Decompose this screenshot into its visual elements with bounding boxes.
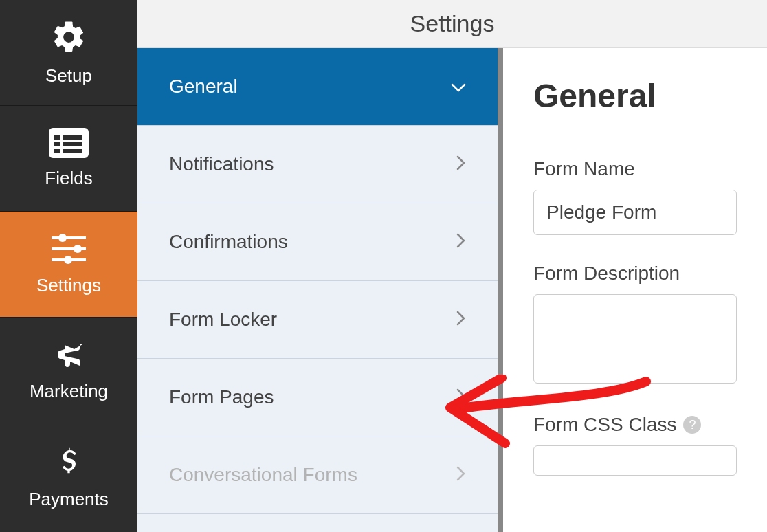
form-name-field: Form Name <box>533 158 737 235</box>
form-description-label: Form Description <box>533 263 737 285</box>
svg-point-8 <box>58 234 67 242</box>
settings-nav-label: Conversational Forms <box>169 464 357 486</box>
sidebar: Setup Fields Settings Marketing Payments <box>0 0 137 532</box>
topbar: Settings <box>137 0 767 48</box>
sidebar-item-marketing[interactable]: Marketing <box>0 318 137 423</box>
svg-rect-5 <box>63 142 82 146</box>
chevron-right-icon <box>456 309 466 331</box>
sidebar-item-label: Marketing <box>30 381 108 402</box>
bullhorn-icon <box>50 338 87 371</box>
settings-nav-confirmations[interactable]: Confirmations <box>137 203 498 281</box>
topbar-title: Settings <box>410 10 495 37</box>
sliders-icon <box>49 232 89 265</box>
sidebar-item-label: Settings <box>36 275 101 296</box>
form-description-input[interactable] <box>533 294 737 384</box>
chevron-right-icon <box>456 387 466 408</box>
settings-nav-general[interactable]: General <box>137 48 498 126</box>
settings-nav-notifications[interactable]: Notifications <box>137 126 498 203</box>
content: General Notifications Confirmations Form… <box>137 48 767 532</box>
sidebar-item-setup[interactable]: Setup <box>0 0 137 106</box>
settings-nav-label: Confirmations <box>169 231 288 253</box>
svg-rect-7 <box>52 236 86 239</box>
sidebar-item-label: Payments <box>29 489 109 510</box>
svg-rect-1 <box>54 135 60 140</box>
sidebar-item-fields[interactable]: Fields <box>0 106 137 212</box>
sidebar-item-settings[interactable]: Settings <box>0 212 137 318</box>
settings-nav-label: Form Locker <box>169 309 277 331</box>
sidebar-item-label: Fields <box>45 168 92 189</box>
chevron-right-icon <box>456 154 466 175</box>
settings-nav-form-pages[interactable]: Form Pages <box>137 359 498 436</box>
panel-title: General <box>533 77 737 133</box>
form-description-field: Form Description <box>533 263 737 386</box>
svg-point-10 <box>74 245 82 253</box>
list-icon <box>49 128 89 158</box>
svg-rect-6 <box>63 149 82 153</box>
svg-rect-3 <box>54 149 60 153</box>
settings-nav-label: Form Pages <box>169 386 274 408</box>
settings-nav-form-locker[interactable]: Form Locker <box>137 281 498 359</box>
form-css-input[interactable] <box>533 445 737 476</box>
main-panel: General Form Name Form Description Form … <box>503 48 767 532</box>
form-name-input[interactable] <box>533 190 737 235</box>
svg-point-12 <box>64 256 72 264</box>
settings-nav-label: Notifications <box>169 153 274 175</box>
right-area: Settings General Notifications Confirmat… <box>137 0 767 532</box>
svg-rect-4 <box>63 135 82 140</box>
sidebar-item-payments[interactable]: Payments <box>0 423 137 529</box>
chevron-down-icon <box>451 76 466 98</box>
sidebar-item-label: Setup <box>45 65 92 87</box>
form-css-label: Form CSS Class ? <box>533 414 737 436</box>
form-css-label-text: Form CSS Class <box>533 414 676 436</box>
help-icon[interactable]: ? <box>683 416 701 434</box>
settings-nav-label: General <box>169 76 238 98</box>
svg-rect-2 <box>54 142 60 146</box>
dollar-icon <box>55 442 82 479</box>
settings-nav: General Notifications Confirmations Form… <box>137 48 503 532</box>
gear-icon <box>50 19 87 56</box>
chevron-right-icon <box>456 465 466 486</box>
form-css-field: Form CSS Class ? <box>533 414 737 476</box>
chevron-right-icon <box>456 232 466 253</box>
form-name-label: Form Name <box>533 158 737 180</box>
settings-nav-conversational-forms[interactable]: Conversational Forms <box>137 436 498 514</box>
